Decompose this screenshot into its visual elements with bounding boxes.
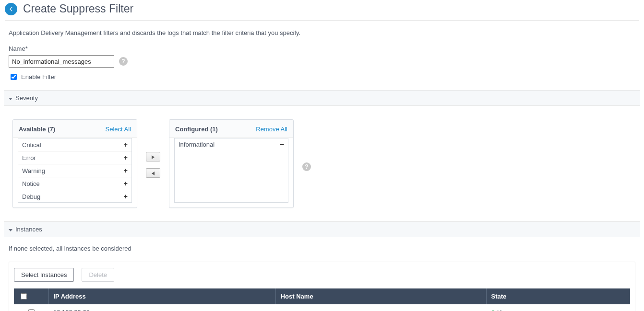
move-left-button[interactable] [146,168,160,178]
plus-icon[interactable]: + [124,180,128,187]
plus-icon[interactable]: + [124,193,128,200]
cell-host: -- [275,304,486,311]
severity-title: Severity [15,94,38,102]
instances-note: If none selected, all instances be consi… [9,245,635,252]
plus-icon[interactable]: + [124,154,128,161]
enable-filter-checkbox[interactable] [11,74,17,80]
enable-filter-label[interactable]: Enable Filter [21,73,56,81]
available-item[interactable]: Warning+ [18,164,131,177]
move-right-button[interactable] [146,152,160,161]
available-list[interactable]: Critical+Error+Warning+Notice+Debug+ [18,138,132,203]
plus-icon[interactable]: + [124,167,128,174]
cell-ip: 10.102.29.60 [48,304,275,311]
col-state[interactable]: State [486,288,630,304]
instances-title: Instances [15,226,42,233]
configured-list[interactable]: Informational− [174,138,288,203]
page-header: Create Suppress Filter [5,0,639,21]
name-input[interactable] [9,55,114,68]
instances-section-header[interactable]: Instances [4,221,640,237]
available-item[interactable]: Critical+ [18,138,131,151]
available-box: Available (7) Select All Critical+Error+… [12,119,137,208]
delete-button: Delete [82,268,114,282]
available-item[interactable]: Notice+ [18,177,131,190]
severity-section-header[interactable]: Severity [4,90,640,106]
configured-item-label: Informational [179,141,215,148]
page-description: Application Delivery Management filters … [9,29,635,36]
name-label: Name* [9,45,635,52]
triangle-right-icon [152,153,155,161]
available-item-label: Critical [22,141,41,149]
help-icon[interactable]: ? [302,162,311,171]
chevron-down-icon [9,226,12,233]
available-item-label: Notice [22,180,40,187]
available-item[interactable]: Error+ [18,151,131,164]
available-item-label: Error [22,154,36,161]
available-item-label: Warning [22,167,45,174]
cell-state: Up [486,304,630,311]
configured-title: Configured (1) [175,126,218,133]
state-label: Up [497,309,505,311]
available-item[interactable]: Debug+ [18,190,131,203]
available-title: Available (7) [19,126,55,133]
available-item-label: Debug [22,193,40,200]
table-row[interactable]: 10.102.29.60--Up [14,304,630,311]
chevron-down-icon [9,94,12,102]
configured-item[interactable]: Informational− [175,138,288,150]
instances-table: IP Address Host Name State 10.102.29.60-… [14,288,630,311]
minus-icon[interactable]: − [280,142,284,147]
page-title: Create Suppress Filter [23,2,133,15]
triangle-left-icon [152,170,155,177]
col-ip[interactable]: IP Address [48,288,275,304]
instances-panel: Select Instances Delete IP Address Host … [9,262,635,311]
arrow-left-icon [8,6,14,12]
select-instances-button[interactable]: Select Instances [14,268,74,282]
help-icon[interactable]: ? [119,57,128,66]
remove-all-link[interactable]: Remove All [256,126,287,133]
select-all-checkbox[interactable] [21,293,27,299]
col-host[interactable]: Host Name [275,288,486,304]
configured-box: Configured (1) Remove All Informational− [169,119,294,208]
back-button[interactable] [5,3,17,15]
select-all-link[interactable]: Select All [106,126,131,133]
plus-icon[interactable]: + [124,141,128,149]
row-checkbox[interactable] [28,309,35,311]
